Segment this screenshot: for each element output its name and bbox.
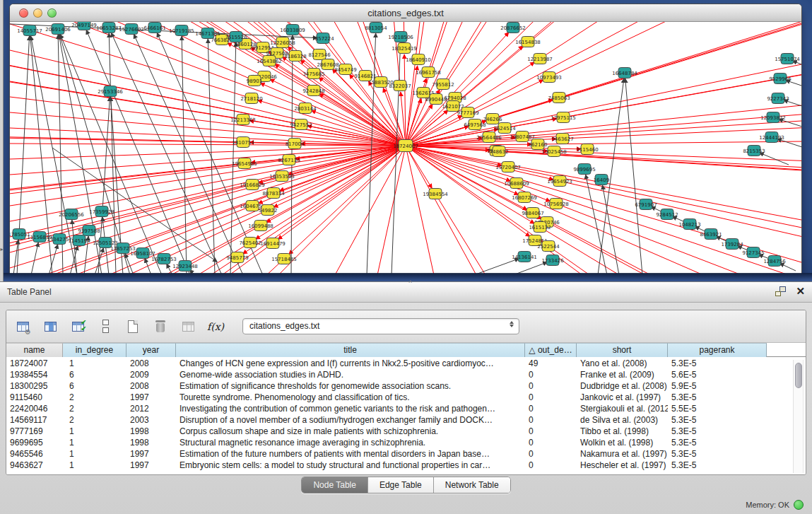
column-header-in_degree[interactable]: in_degree <box>63 343 126 357</box>
graph-edge[interactable] <box>145 258 151 274</box>
panel-resize-grip[interactable]: ^ <box>406 281 415 286</box>
graph-node[interactable]: 15276602 <box>119 24 144 35</box>
float-panel-icon[interactable] <box>775 286 786 296</box>
new-table-icon[interactable] <box>124 317 142 336</box>
row-height-icon[interactable] <box>96 317 114 336</box>
graph-node[interactable]: 817004 <box>286 139 305 149</box>
graph-node[interactable]: 98901 <box>247 76 262 86</box>
column-header-name[interactable]: name <box>6 343 63 357</box>
graph-node[interactable]: 7857224 <box>312 33 334 44</box>
graph-node[interactable]: 14055717 <box>17 25 42 36</box>
graph-edge[interactable] <box>10 257 237 274</box>
collapsed-panel-strip[interactable]: ▸ <box>0 0 4 281</box>
graph-edge[interactable] <box>549 22 801 77</box>
graph-node[interactable]: 9127345 <box>742 247 764 258</box>
graph-node[interactable]: 14136141 <box>512 252 537 262</box>
graph-node[interactable]: 8813054 <box>365 23 387 33</box>
table-row[interactable]: 1872400712008Changes of HCN gene express… <box>6 358 806 369</box>
graph-node[interactable]: 9485779 <box>226 252 248 263</box>
combo-stepper-icon[interactable] <box>510 321 514 327</box>
graph-node[interactable]: 9529966 <box>769 74 792 84</box>
graph-edge[interactable] <box>95 248 104 274</box>
graph-edge[interactable] <box>406 66 418 146</box>
graph-edge[interactable] <box>462 259 519 274</box>
graph-node[interactable]: 6466161 <box>143 23 165 33</box>
graph-edge[interactable] <box>759 153 789 165</box>
graph-node[interactable]: 9427552 <box>290 119 312 130</box>
graph-node[interactable]: 18325419 <box>392 43 417 54</box>
graph-edge[interactable] <box>528 22 801 42</box>
graph-node[interactable]: 9242848 <box>302 86 324 96</box>
graph-node[interactable]: 8215353 <box>743 146 765 156</box>
graph-edge[interactable] <box>533 213 801 274</box>
graph-edge[interactable] <box>559 22 801 98</box>
graph-node[interactable]: 20691406 <box>45 24 71 35</box>
graph-node[interactable]: 2718120 <box>240 93 262 104</box>
table-row[interactable]: 2242004622012Investigating the contribut… <box>6 403 806 414</box>
memory-status-dot[interactable] <box>794 500 804 510</box>
column-header-out_degree[interactable]: △ out_de… <box>525 343 577 357</box>
graph-node[interactable]: 16099488 <box>248 221 273 231</box>
graph-node[interactable]: 16961758 <box>416 67 441 78</box>
graph-edge[interactable] <box>278 146 406 274</box>
graph-node[interactable]: 748632 <box>490 146 509 157</box>
graph-node[interactable]: 9397588 <box>78 226 100 236</box>
table-row[interactable]: 1456911722003Disruption of a novel membe… <box>6 414 806 426</box>
graph-edge[interactable] <box>779 263 796 271</box>
graph-node[interactable]: 1733426 <box>541 255 564 266</box>
column-header-year[interactable]: year <box>126 343 176 357</box>
graph-node[interactable]: 12444193 <box>759 132 784 143</box>
graph-node[interactable]: 16409 <box>594 175 609 185</box>
table-row[interactable]: 1938455462009Genome-wide association stu… <box>6 369 806 380</box>
table-row[interactable]: 911546021997Tourette syndrome. Phenomeno… <box>6 392 806 403</box>
close-panel-icon[interactable]: ✕ <box>796 286 805 296</box>
graph-node[interactable]: 16648784 <box>612 68 637 78</box>
graph-edge[interactable] <box>377 146 406 274</box>
column-header-pagerank[interactable]: pagerank <box>668 343 767 357</box>
table-row[interactable]: 946362711997Embryonic stem cells: a mode… <box>6 460 806 471</box>
graph-edge[interactable] <box>10 128 406 146</box>
graph-node[interactable]: 549822 <box>259 205 278 216</box>
graph-node[interactable]: 12213987 <box>527 54 553 64</box>
graph-edge[interactable] <box>260 83 406 146</box>
network-window[interactable]: citations_edges.txt 76638229860128891295… <box>9 4 802 274</box>
tab-edge-table[interactable]: Edge Table <box>368 477 434 493</box>
graph-node[interactable]: 15718485 <box>271 254 297 264</box>
graph-edge[interactable] <box>406 146 434 274</box>
tab-node-table[interactable]: Node Table <box>302 477 368 493</box>
graph-node[interactable]: 19384554 <box>423 189 448 199</box>
graph-node[interactable]: 2803144 <box>294 103 317 114</box>
graph-node[interactable]: 9899695 <box>573 164 595 175</box>
graph-node[interactable]: 16033809 <box>280 25 305 35</box>
graph-node[interactable]: 10688609 <box>504 178 529 189</box>
table-scrollbar-thumb[interactable] <box>795 363 802 388</box>
table-row[interactable]: 969969511998Structural magnetic resonanc… <box>6 437 806 448</box>
table-row[interactable]: 946554611997Estimation of the future num… <box>6 448 806 460</box>
column-header-title[interactable]: title <box>176 343 525 357</box>
table-scrollbar[interactable] <box>793 360 804 473</box>
graph-node[interactable]: 20206556 <box>59 209 84 220</box>
function-builder-icon[interactable]: f(x) <box>206 317 225 336</box>
graph-edge[interactable] <box>547 222 801 274</box>
graph-node[interactable]: 16154838 <box>515 37 541 47</box>
graph-edge[interactable] <box>453 22 801 106</box>
graph-node[interactable]: 8127546 <box>308 49 331 60</box>
graph-edge[interactable] <box>418 22 573 59</box>
table-selector[interactable]: citations_edges.txt <box>242 318 519 334</box>
graph-edge[interactable] <box>31 243 38 274</box>
delete-table-icon[interactable] <box>151 317 170 336</box>
graph-edge[interactable] <box>535 240 801 274</box>
graph-node[interactable]: 7625402 <box>239 238 261 248</box>
graph-node[interactable]: 12093872 <box>760 112 786 123</box>
select-column-icon[interactable] <box>41 317 59 336</box>
graph-node[interactable]: 9227343 <box>767 93 789 104</box>
graph-node[interactable]: 12975115 <box>551 112 576 123</box>
graph-node[interactable]: 8267130 <box>278 155 300 165</box>
graph-edge[interactable] <box>10 146 406 268</box>
network-window-titlebar[interactable]: citations_edges.txt <box>10 4 801 22</box>
graph-edge[interactable] <box>563 22 801 117</box>
column-header-short[interactable]: short <box>577 343 668 357</box>
show-columns-icon[interactable]: ✔✔ <box>69 317 87 336</box>
graph-node[interactable]: 862160 <box>529 139 548 150</box>
graph-node[interactable]: 18640910 <box>406 54 431 65</box>
